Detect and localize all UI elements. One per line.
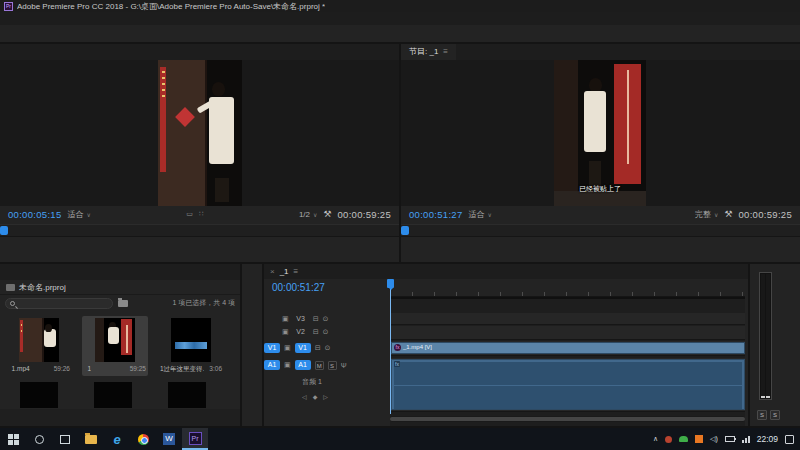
tray-chevron-icon[interactable]: ∧: [653, 435, 658, 443]
source-timecode[interactable]: 00:00:05:15: [8, 209, 62, 220]
mute-button[interactable]: M: [315, 361, 324, 370]
thumbnail-stub[interactable]: [20, 382, 58, 408]
search-icon: [10, 301, 15, 306]
project-item-selected[interactable]: _159:25: [82, 316, 148, 376]
tray-app-icon-orange[interactable]: [695, 435, 703, 443]
search-input[interactable]: [5, 298, 113, 309]
lock-icon[interactable]: ▣: [284, 344, 291, 352]
premiere-taskbar-button[interactable]: Pr: [182, 428, 208, 450]
clock[interactable]: 22:09: [757, 434, 778, 444]
cortana-icon: [35, 435, 44, 444]
track-a1[interactable]: fx: [390, 358, 745, 412]
tab-program[interactable]: 节目: _1≡: [401, 44, 456, 60]
voiceover-record-icon[interactable]: Ψ: [341, 362, 347, 369]
network-icon[interactable]: [742, 436, 750, 443]
panel-menu-icon[interactable]: ≡: [443, 47, 448, 56]
timeline-timecode[interactable]: 00:00:51:27: [272, 282, 325, 293]
program-transport-controls: [401, 239, 800, 262]
program-scrubber[interactable]: [401, 224, 800, 237]
track-target-v2[interactable]: V2: [293, 327, 309, 337]
track-v1[interactable]: fx _1.mp4 [V]: [390, 341, 745, 356]
source-patch-v1[interactable]: V1: [264, 343, 280, 353]
item-duration: 59:26: [54, 365, 70, 372]
project-item[interactable]: _1.mp459:26: [6, 316, 72, 376]
eye-icon[interactable]: ⊙: [323, 328, 329, 336]
notification-center-icon[interactable]: [785, 435, 794, 444]
track-v2[interactable]: [390, 326, 745, 340]
search-button[interactable]: [26, 428, 52, 450]
filter-bin-icon[interactable]: [118, 300, 128, 307]
chrome-button[interactable]: [130, 428, 156, 450]
source-settings-wrench-icon[interactable]: ⚒: [323, 209, 331, 219]
track-target-v3[interactable]: V3: [293, 314, 309, 324]
battery-icon[interactable]: [725, 436, 735, 442]
program-panel-tabs: 节目: _1≡: [401, 44, 800, 60]
track-target-v1[interactable]: V1: [295, 343, 311, 353]
source-monitor-panel: 00:00:05:15 适合∨ ▭ ∷ 1/2∨ ⚒ 00:00:59:25: [0, 44, 399, 262]
tray-cloud-icon[interactable]: [679, 436, 688, 442]
person-coat-graphic: [584, 91, 606, 152]
start-button[interactable]: [0, 428, 26, 450]
program-playhead[interactable]: [401, 226, 409, 235]
sync-lock-icon[interactable]: ⊟: [313, 328, 319, 336]
task-view-icon: [60, 435, 70, 444]
timeline-playhead-grip[interactable]: [387, 279, 394, 288]
audio-clip[interactable]: fx: [391, 359, 745, 410]
source-scrubber[interactable]: [0, 224, 399, 237]
program-video-preview[interactable]: 已经被贴上了: [554, 60, 646, 206]
sync-lock-icon[interactable]: ⊟: [313, 315, 319, 323]
eye-icon[interactable]: ⊙: [325, 344, 331, 352]
track-v3[interactable]: [390, 313, 745, 325]
add-keyframe-icon[interactable]: ◆: [313, 393, 318, 400]
person-head-graphic: [589, 78, 602, 92]
eye-icon[interactable]: ⊙: [323, 315, 329, 323]
source-fit-select[interactable]: 适合∨: [68, 209, 91, 220]
solo-right-button[interactable]: S: [770, 410, 780, 420]
chevron-down-icon: ∨: [313, 211, 317, 218]
sync-lock-icon[interactable]: ⊟: [315, 344, 321, 352]
timeline-ruler[interactable]: [390, 279, 745, 297]
tab-sequence[interactable]: _1: [280, 267, 289, 276]
red-couplet-graphic: [160, 67, 166, 172]
solo-left-button[interactable]: S: [757, 410, 767, 420]
timeline-horizontal-scrollbar[interactable]: [390, 416, 745, 422]
panel-menu-icon[interactable]: ≡: [294, 267, 299, 276]
person-coat-graphic: [209, 97, 234, 164]
edge-button[interactable]: e: [104, 428, 130, 450]
source-playhead[interactable]: [0, 226, 8, 235]
close-icon[interactable]: ×: [270, 267, 275, 276]
program-resolution-select[interactable]: 完整∨: [695, 209, 718, 220]
thumbnail-stub[interactable]: [168, 382, 206, 408]
tray-app-icon-red[interactable]: [665, 436, 672, 443]
project-item[interactable]: 1过年这里变得…3:06: [158, 316, 224, 376]
program-monitor-panel: 节目: _1≡ 已经被贴上了 00:00:51:27 适合∨ 完整∨ ⚒: [401, 44, 800, 262]
project-file-row[interactable]: 未命名.prproj: [0, 280, 240, 295]
sequence-thumbnail: [95, 318, 135, 362]
thumbnail-stub[interactable]: [94, 382, 132, 408]
lock-icon[interactable]: ▣: [282, 315, 289, 323]
volume-icon[interactable]: ◁): [710, 435, 718, 443]
solo-button[interactable]: S: [328, 361, 337, 370]
project-panel: 未命名.prproj 1 项已选择，共 4 项 _1.mp459:26: [0, 264, 240, 426]
word-button[interactable]: W: [156, 428, 182, 450]
source-zoom-select[interactable]: 1/2∨: [299, 210, 318, 219]
task-view-button[interactable]: [52, 428, 78, 450]
program-settings-wrench-icon[interactable]: ⚒: [724, 209, 732, 219]
track-target-a1[interactable]: A1: [295, 360, 311, 370]
audio-meter-panel: S S: [750, 264, 800, 426]
video-clip[interactable]: fx _1.mp4 [V]: [391, 342, 745, 354]
meter-solo-row: S S: [757, 410, 780, 420]
next-keyframe-icon[interactable]: ▷: [323, 393, 328, 400]
system-tray: ∧ ◁) 22:09: [653, 434, 800, 444]
prev-keyframe-icon[interactable]: ◁: [302, 393, 307, 400]
drag-video-only-icon[interactable]: ▭: [186, 210, 193, 218]
program-fit-select[interactable]: 适合∨: [469, 209, 492, 220]
file-explorer-button[interactable]: [78, 428, 104, 450]
lock-icon[interactable]: ▣: [282, 328, 289, 336]
program-timecode[interactable]: 00:00:51:27: [409, 209, 463, 220]
track-header-v3: ▣ V3 ⊟ ⊙: [264, 314, 328, 324]
source-video-preview[interactable]: [158, 60, 242, 206]
drag-audio-only-icon[interactable]: ∷: [199, 210, 203, 218]
lock-icon[interactable]: ▣: [284, 361, 291, 369]
source-patch-a1[interactable]: A1: [264, 360, 280, 370]
